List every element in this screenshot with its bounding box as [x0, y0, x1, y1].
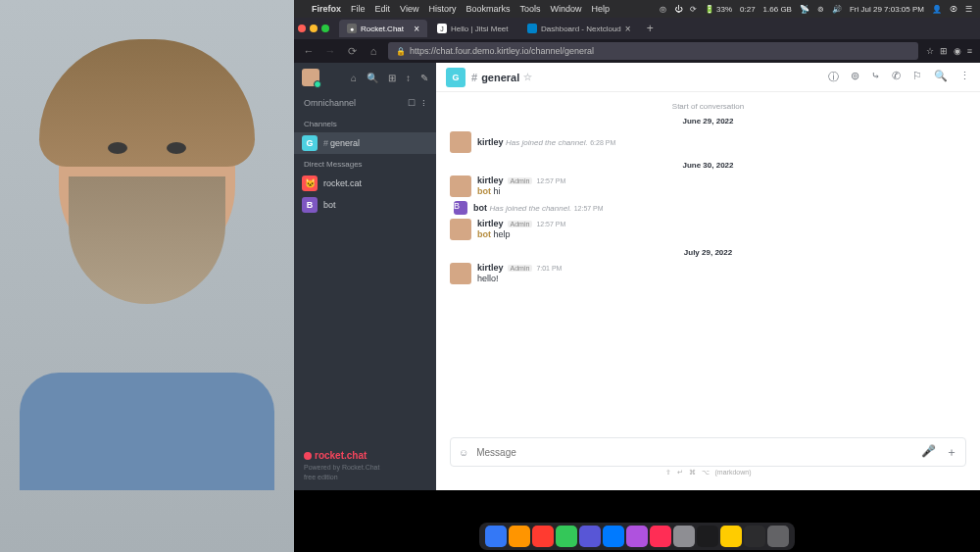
- omni-icon[interactable]: ☐: [408, 98, 416, 108]
- thread-icon[interactable]: ⤷: [871, 70, 880, 84]
- omni-icon[interactable]: ⫶: [421, 98, 426, 108]
- call-icon[interactable]: ⓘ: [828, 70, 839, 84]
- message-time: 6:28 PM: [590, 139, 615, 146]
- directory-icon[interactable]: ⊞: [388, 73, 396, 83]
- date-divider: June 29, 2022: [450, 117, 966, 125]
- dm-name: bot: [323, 200, 336, 210]
- dock-app-icon[interactable]: [673, 526, 695, 547]
- dock-app-icon[interactable]: [744, 526, 765, 547]
- discussion-icon[interactable]: ⊚: [851, 70, 859, 84]
- tab-title: Rocket.Chat: [361, 25, 404, 33]
- lock-icon: 🔒: [396, 47, 406, 56]
- phone-icon[interactable]: ✆: [892, 70, 901, 84]
- address-bar[interactable]: 🔒 https://chat.four.demo.kirtley.io/chan…: [388, 42, 918, 60]
- menu-history[interactable]: History: [428, 4, 456, 14]
- dock-app-icon[interactable]: [556, 526, 577, 547]
- clock-short[interactable]: 0:27: [740, 5, 756, 14]
- channel-title[interactable]: # general ☆: [471, 72, 532, 83]
- dock-app-icon[interactable]: [532, 526, 554, 547]
- avatar: [450, 176, 471, 197]
- channel-avatar: G: [302, 135, 318, 151]
- user-icon[interactable]: 👤: [932, 5, 942, 14]
- avatar[interactable]: [302, 69, 319, 86]
- search-channel-icon[interactable]: 🔍: [934, 70, 948, 84]
- dock-app-icon[interactable]: [626, 526, 648, 547]
- extensions-icon[interactable]: ⊞: [940, 46, 948, 56]
- sidebar-item-general[interactable]: G #general: [294, 132, 436, 154]
- message-input[interactable]: [476, 447, 913, 458]
- volume-icon[interactable]: 🔊: [832, 5, 842, 14]
- omnichannel-section[interactable]: Omnichannel ☐⫶: [294, 92, 436, 114]
- message-list[interactable]: Start of conversation June 29, 2022 kirt…: [436, 92, 980, 431]
- star-icon[interactable]: ☆: [523, 72, 532, 82]
- status-icon[interactable]: ◎: [660, 5, 666, 14]
- tab-jitsi[interactable]: J Hello | Jitsi Meet: [429, 20, 517, 37]
- message-user[interactable]: kirtley: [477, 263, 504, 273]
- emoji-icon[interactable]: ☺: [459, 447, 468, 458]
- dock-app-icon[interactable]: [697, 526, 718, 547]
- menu-tools[interactable]: Tools: [519, 4, 540, 14]
- tab-nextcloud[interactable]: Dashboard - Nextcloud ×: [519, 20, 639, 37]
- composer-box[interactable]: ☺ 🎤 ＋: [450, 437, 966, 467]
- favicon-icon: ●: [347, 24, 357, 33]
- sidebar-item-rocketcat[interactable]: 🐱 rocket.cat: [294, 173, 436, 194]
- back-button[interactable]: ←: [302, 45, 316, 57]
- wifi-icon[interactable]: ⊚: [817, 5, 824, 14]
- menu-help[interactable]: Help: [591, 4, 610, 14]
- message-time: 12:57 PM: [536, 177, 565, 184]
- message-user[interactable]: kirtley: [477, 137, 504, 147]
- menu-edit[interactable]: Edit: [375, 4, 391, 14]
- avatar: B: [454, 201, 467, 215]
- close-tab-icon[interactable]: ×: [414, 24, 419, 34]
- menu-window[interactable]: Window: [550, 4, 581, 14]
- clock-long[interactable]: Fri Jul 29 7:03:05 PM: [850, 5, 924, 14]
- status-icon[interactable]: ⟳: [690, 5, 697, 14]
- account-icon[interactable]: ◉: [954, 46, 961, 56]
- members-icon[interactable]: ⚐: [912, 70, 922, 84]
- dock-app-icon[interactable]: [767, 526, 789, 547]
- sidebar-item-bot[interactable]: B bot: [294, 194, 436, 216]
- window-controls[interactable]: [298, 25, 329, 32]
- menu-bookmarks[interactable]: Bookmarks: [466, 4, 510, 14]
- memory-status[interactable]: 1.66 GB: [763, 5, 792, 14]
- status-icon[interactable]: ⏻: [674, 5, 682, 14]
- url-text: https://chat.four.demo.kirtley.io/channe…: [410, 46, 594, 56]
- menu-view[interactable]: View: [400, 4, 418, 14]
- macos-dock[interactable]: [479, 523, 795, 550]
- menubar-app-name[interactable]: Firefox: [312, 4, 341, 14]
- sort-icon[interactable]: ↕: [406, 73, 411, 83]
- spotlight-icon[interactable]: ⦿: [950, 5, 957, 14]
- menu-file[interactable]: File: [351, 4, 366, 14]
- search-icon[interactable]: 🔍: [367, 73, 378, 83]
- rocketchat-logo[interactable]: rocket.chat: [304, 450, 426, 461]
- dock-app-icon[interactable]: [720, 526, 742, 547]
- reload-button[interactable]: ⟳: [345, 45, 359, 58]
- message-user[interactable]: kirtley: [477, 176, 504, 185]
- kebab-icon[interactable]: ⋮: [959, 70, 970, 84]
- audio-icon[interactable]: 🎤: [921, 444, 936, 461]
- dock-app-icon[interactable]: [650, 526, 671, 547]
- forward-button[interactable]: →: [323, 45, 337, 57]
- attach-icon[interactable]: ＋: [946, 444, 957, 461]
- control-center-icon[interactable]: ☰: [965, 5, 972, 14]
- powered-text: Powered by Rocket.Chat: [304, 464, 426, 471]
- message-user[interactable]: bot: [473, 203, 487, 213]
- dock-app-icon[interactable]: [603, 526, 624, 547]
- battery-status[interactable]: 🔋 33%: [705, 5, 732, 14]
- bookmark-icon[interactable]: ☆: [926, 46, 934, 56]
- message-user[interactable]: kirtley: [477, 219, 504, 228]
- new-tab-button[interactable]: +: [641, 22, 660, 35]
- home-icon[interactable]: ⌂: [351, 73, 357, 83]
- firefox-menu-icon[interactable]: ≡: [967, 46, 972, 56]
- dock-app-icon[interactable]: [485, 526, 507, 547]
- create-icon[interactable]: ✎: [420, 73, 428, 83]
- status-icon[interactable]: 📡: [800, 5, 809, 14]
- close-tab-icon[interactable]: ×: [625, 24, 631, 34]
- tab-rocketchat[interactable]: ● Rocket.Chat ×: [339, 20, 427, 37]
- message-text: bot hi: [477, 186, 966, 196]
- dock-app-icon[interactable]: [579, 526, 601, 547]
- favicon-icon: J: [437, 24, 447, 33]
- avatar: [450, 263, 471, 284]
- dock-app-icon[interactable]: [509, 526, 530, 547]
- home-button[interactable]: ⌂: [367, 45, 380, 57]
